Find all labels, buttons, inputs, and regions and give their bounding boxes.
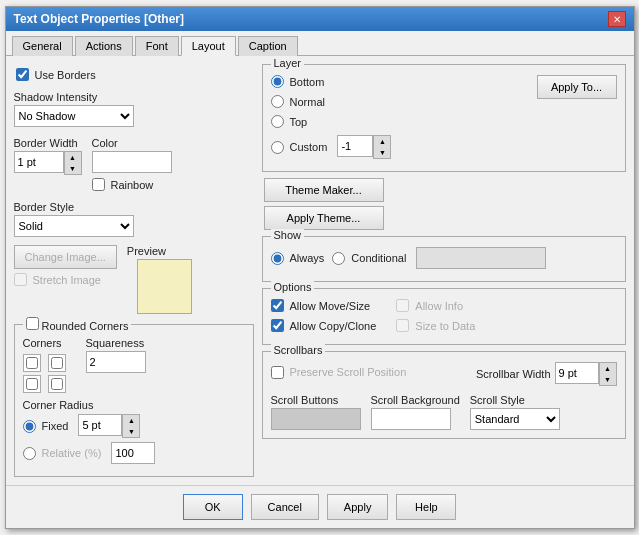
color-swatch[interactable]	[92, 151, 172, 173]
main-content: Use Borders Shadow Intensity No Shadow L…	[6, 56, 634, 485]
layer-top-radio[interactable]	[271, 115, 284, 128]
tab-layout[interactable]: Layout	[181, 36, 236, 56]
tab-general[interactable]: General	[12, 36, 73, 56]
apply-theme-button[interactable]: Apply Theme...	[264, 206, 384, 230]
scrollbars-group: Scrollbars Preserve Scroll Position Scro…	[262, 351, 626, 439]
scroll-buttons-swatch[interactable]	[271, 408, 361, 430]
size-to-data-label: Size to Data	[415, 320, 475, 332]
show-label: Show	[274, 229, 302, 241]
fixed-radio[interactable]	[23, 420, 36, 433]
color-label: Color	[92, 137, 172, 149]
fixed-down[interactable]: ▼	[123, 426, 139, 437]
layer-bottom-label: Bottom	[290, 76, 325, 88]
border-width-down[interactable]: ▼	[65, 163, 81, 174]
close-button[interactable]: ✕	[608, 11, 626, 27]
ok-button[interactable]: OK	[183, 494, 243, 520]
scroll-style-label: Scroll Style	[470, 394, 560, 406]
layer-custom-label: Custom	[290, 141, 328, 153]
show-conditional-label: Conditional	[351, 252, 406, 264]
allow-info-label: Allow Info	[415, 300, 463, 312]
custom-layer-down[interactable]: ▼	[374, 147, 390, 158]
window-title: Text Object Properties [Other]	[14, 12, 184, 26]
layer-bottom-radio[interactable]	[271, 75, 284, 88]
rounded-corners-group: Rounded Corners Corners	[14, 324, 254, 477]
scrollbars-label: Scrollbars	[274, 344, 323, 356]
tab-bar: General Actions Font Layout Caption	[6, 31, 634, 56]
border-width-label: Border Width	[14, 137, 82, 149]
scroll-background-swatch[interactable]	[371, 408, 451, 430]
apply-to-button[interactable]: Apply To...	[537, 75, 617, 99]
tab-caption[interactable]: Caption	[238, 36, 298, 56]
dialog-window: Text Object Properties [Other] ✕ General…	[5, 6, 635, 529]
border-style-select[interactable]: Solid Dashed Dotted	[14, 215, 134, 237]
show-always-radio[interactable]	[271, 252, 284, 265]
rainbow-label: Rainbow	[111, 179, 154, 191]
border-width-spinner: ▲ ▼	[64, 151, 82, 175]
corner-bl[interactable]	[26, 378, 38, 390]
scrollbar-width-label: Scrollbar Width	[476, 368, 551, 380]
scrollbar-width-input[interactable]	[555, 362, 599, 384]
right-panel: Layer Bottom Normal	[262, 64, 626, 477]
border-width-input[interactable]	[14, 151, 64, 173]
preview-box	[137, 259, 192, 314]
allow-copy-clone-checkbox[interactable]	[271, 319, 284, 332]
layer-normal-radio[interactable]	[271, 95, 284, 108]
squareness-input[interactable]	[86, 351, 146, 373]
layer-custom-radio[interactable]	[271, 141, 284, 154]
show-conditional-radio[interactable]	[332, 252, 345, 265]
fixed-value-input[interactable]	[78, 414, 122, 436]
layer-top-label: Top	[290, 116, 308, 128]
border-width-up[interactable]: ▲	[65, 152, 81, 163]
theme-maker-button[interactable]: Theme Maker...	[264, 178, 384, 202]
rainbow-checkbox[interactable]	[92, 178, 105, 191]
custom-layer-input[interactable]	[337, 135, 373, 157]
layer-group: Layer Bottom Normal	[262, 64, 626, 172]
corners-label: Corners	[23, 337, 70, 349]
corner-radius-label: Corner Radius	[23, 399, 94, 411]
footer: OK Cancel Apply Help	[6, 485, 634, 528]
use-borders-label: Use Borders	[35, 69, 96, 81]
help-button[interactable]: Help	[396, 494, 456, 520]
stretch-image-label: Stretch Image	[33, 274, 101, 286]
conditional-input[interactable]	[416, 247, 546, 269]
scrollbar-width-up[interactable]: ▲	[600, 363, 616, 374]
cancel-button[interactable]: Cancel	[251, 494, 319, 520]
stretch-image-checkbox[interactable]	[14, 273, 27, 286]
allow-copy-clone-label: Allow Copy/Clone	[290, 320, 377, 332]
allow-move-size-label: Allow Move/Size	[290, 300, 371, 312]
relative-radio[interactable]	[23, 447, 36, 460]
tab-actions[interactable]: Actions	[75, 36, 133, 56]
show-always-label: Always	[290, 252, 325, 264]
preserve-scroll-checkbox[interactable]	[271, 366, 284, 379]
rounded-corners-label: Rounded Corners	[42, 320, 129, 332]
left-panel: Use Borders Shadow Intensity No Shadow L…	[14, 64, 254, 477]
layer-normal-label: Normal	[290, 96, 325, 108]
allow-info-checkbox[interactable]	[396, 299, 409, 312]
scrollbar-width-down[interactable]: ▼	[600, 374, 616, 385]
change-image-button[interactable]: Change Image...	[14, 245, 117, 269]
apply-button[interactable]: Apply	[327, 494, 389, 520]
shadow-intensity-select[interactable]: No Shadow Light Medium Heavy	[14, 105, 134, 127]
layer-label: Layer	[274, 57, 302, 69]
corner-tr[interactable]	[51, 357, 63, 369]
corner-tl[interactable]	[26, 357, 38, 369]
options-label: Options	[274, 281, 312, 293]
preview-label: Preview	[127, 245, 166, 257]
relative-value-input[interactable]	[111, 442, 155, 464]
fixed-up[interactable]: ▲	[123, 415, 139, 426]
preserve-scroll-label: Preserve Scroll Position	[290, 366, 407, 378]
size-to-data-checkbox[interactable]	[396, 319, 409, 332]
show-group: Show Always Conditional	[262, 236, 626, 282]
squareness-label: Squareness	[86, 337, 146, 349]
fixed-label: Fixed	[42, 420, 69, 432]
relative-label: Relative (%)	[42, 447, 102, 459]
scroll-style-select[interactable]: Standard Flat None	[470, 408, 560, 430]
corner-br[interactable]	[51, 378, 63, 390]
border-style-label: Border Style	[14, 201, 254, 213]
rounded-corners-checkbox[interactable]	[26, 317, 39, 330]
tab-font[interactable]: Font	[135, 36, 179, 56]
titlebar: Text Object Properties [Other] ✕	[6, 7, 634, 31]
allow-move-size-checkbox[interactable]	[271, 299, 284, 312]
use-borders-checkbox[interactable]	[16, 68, 29, 81]
custom-layer-up[interactable]: ▲	[374, 136, 390, 147]
